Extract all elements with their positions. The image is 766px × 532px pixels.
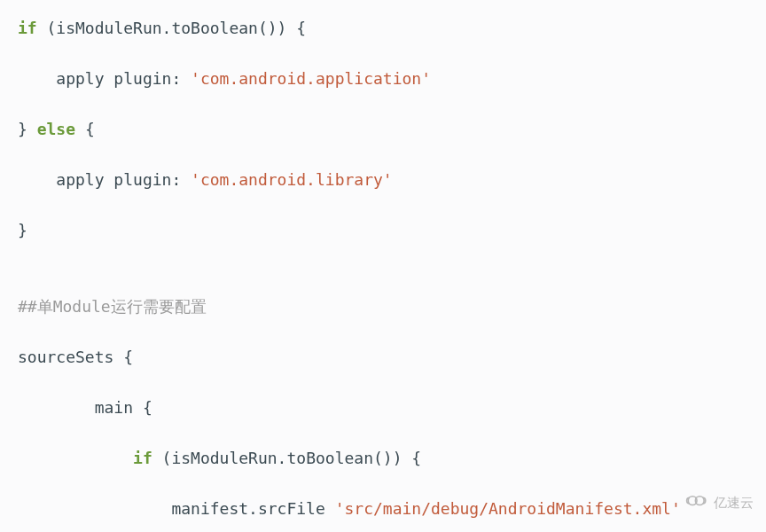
- cloud-logo-icon: [685, 490, 708, 517]
- code-line: } else {: [18, 117, 766, 143]
- watermark-text: 亿速云: [714, 490, 754, 516]
- code-line: sourceSets {: [18, 345, 766, 371]
- code-line: if (isModuleRun.toBoolean()) {: [18, 16, 766, 42]
- code-line: ##单Module运行需要配置: [18, 294, 766, 320]
- code-block: if (isModuleRun.toBoolean()) { apply plu…: [18, 16, 766, 532]
- code-line: main {: [18, 395, 766, 421]
- watermark: 亿速云: [685, 490, 754, 517]
- code-line: }: [18, 218, 766, 244]
- code-line: manifest.srcFile 'src/main/debug/Android…: [18, 497, 766, 522]
- code-line: apply plugin: 'com.android.application': [18, 66, 766, 92]
- code-line: if (isModuleRun.toBoolean()) {: [18, 446, 766, 472]
- code-line: apply plugin: 'com.android.library': [18, 168, 766, 193]
